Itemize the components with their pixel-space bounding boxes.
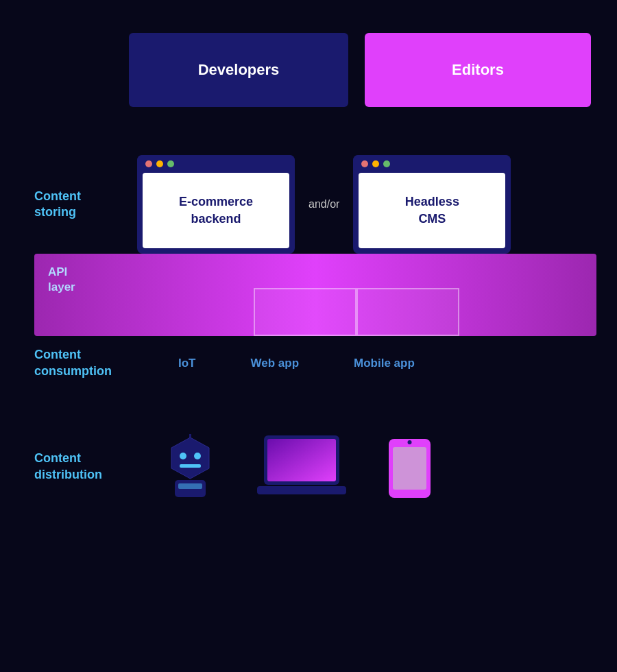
content-storing-label: Content storing [34, 189, 137, 221]
distribution-icons [165, 434, 432, 499]
svg-marker-0 [171, 437, 209, 479]
laptop-svg [257, 434, 346, 499]
consumption-webapp: Web app [251, 357, 300, 370]
api-layer-label: API layer [48, 265, 75, 295]
dot-green [167, 160, 174, 167]
ecommerce-window: E-commerce backend [137, 155, 295, 254]
tablet-svg [387, 437, 432, 499]
svg-rect-10 [257, 486, 346, 494]
andor-label: and/or [308, 198, 339, 211]
svg-point-2 [194, 453, 201, 459]
iot-svg [165, 434, 216, 499]
content-distribution-section: Content distribution [0, 434, 617, 499]
dot-green-2 [383, 160, 390, 167]
consumption-items: IoT Web app Mobile app [178, 357, 415, 370]
ecommerce-titlebar [137, 155, 295, 173]
content-consumption-section: Content consumption IoT Web app Mobile a… [0, 347, 617, 379]
svg-point-13 [408, 440, 412, 444]
api-rects [254, 288, 459, 336]
editors-box: Editors [365, 33, 591, 107]
content-storing-section: Content storing E-commerce backend and/o… [0, 155, 617, 254]
laptop-icon [257, 434, 346, 499]
content-distribution-label: Content distribution [34, 451, 137, 483]
api-rect-right [356, 288, 459, 336]
tablet-icon [387, 437, 432, 499]
developers-box: Developers [129, 33, 348, 107]
headless-cms-window: Headless CMS [353, 155, 511, 254]
headless-titlebar [353, 155, 511, 173]
headless-content: Headless CMS [359, 173, 505, 248]
top-row: Developers Editors [0, 0, 617, 107]
svg-rect-3 [180, 464, 201, 468]
consumption-mobileapp: Mobile app [354, 357, 415, 370]
ecommerce-label: E-commerce backend [179, 195, 253, 226]
dot-yellow-2 [372, 160, 379, 167]
dot-red [145, 160, 152, 167]
svg-rect-12 [393, 447, 426, 490]
api-rect-left [254, 288, 356, 336]
dot-red-2 [361, 160, 368, 167]
editors-label: Editors [452, 61, 504, 79]
ecommerce-content: E-commerce backend [143, 173, 289, 248]
content-consumption-label: Content consumption [34, 347, 137, 379]
api-layer-wrapper: API layer [0, 254, 617, 336]
page-container: Developers Editors Content storing E-com… [0, 0, 617, 672]
dot-yellow [156, 160, 163, 167]
svg-point-1 [180, 453, 186, 459]
consumption-iot: IoT [178, 357, 196, 370]
svg-rect-9 [267, 439, 336, 481]
developers-label: Developers [198, 61, 280, 79]
svg-rect-7 [178, 483, 202, 489]
api-layer-bar: API layer [34, 254, 596, 336]
iot-icon [165, 434, 216, 499]
headless-label: Headless CMS [405, 195, 459, 226]
